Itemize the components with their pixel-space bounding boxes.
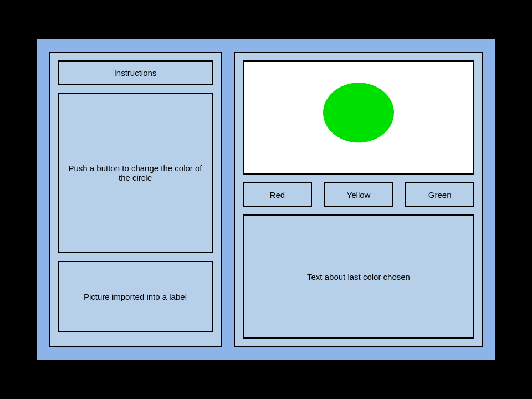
- status-text: Text about last color chosen: [307, 272, 410, 282]
- picture-label-text: Picture imported into a label: [84, 292, 187, 301]
- green-button[interactable]: Green: [405, 182, 474, 207]
- green-button-label: Green: [428, 190, 452, 200]
- instructions-body-text: Push a button to change the color of the…: [63, 163, 207, 182]
- instructions-header: Instructions: [58, 60, 213, 85]
- instructions-body: Push a button to change the color of the…: [58, 93, 213, 253]
- red-button-label: Red: [270, 190, 285, 200]
- yellow-button-label: Yellow: [347, 190, 371, 200]
- app-frame: Instructions Push a button to change the…: [37, 39, 495, 360]
- instructions-header-text: Instructions: [114, 68, 157, 78]
- picture-label: Picture imported into a label: [58, 261, 213, 332]
- status-box: Text about last color chosen: [243, 214, 474, 339]
- yellow-button[interactable]: Yellow: [324, 182, 393, 207]
- right-panel: Red Yellow Green Text about last color c…: [234, 52, 483, 347]
- color-circle: [323, 83, 394, 142]
- button-row: Red Yellow Green: [243, 182, 474, 207]
- circle-canvas: [243, 60, 474, 175]
- left-panel: Instructions Push a button to change the…: [49, 52, 222, 347]
- red-button[interactable]: Red: [243, 182, 312, 207]
